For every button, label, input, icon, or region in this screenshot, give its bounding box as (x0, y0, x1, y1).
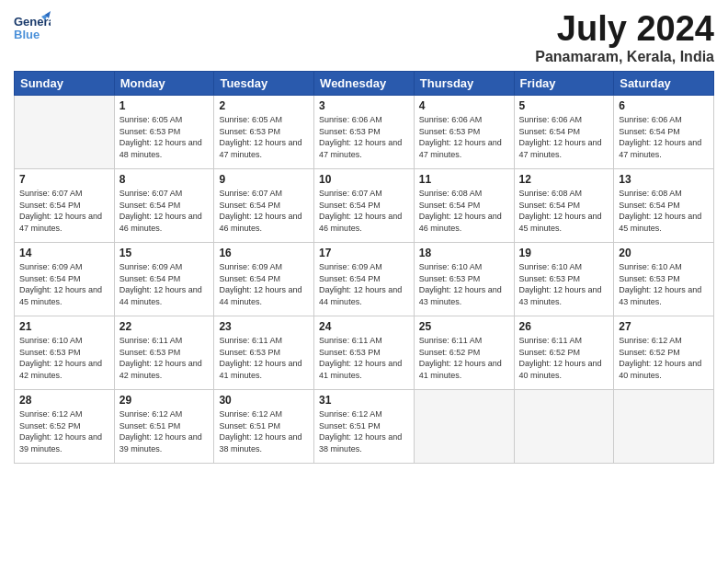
day-number: 10 (319, 173, 409, 186)
location-title: Panamaram, Kerala, India (535, 49, 714, 65)
day-number: 14 (19, 247, 109, 259)
logo: General Blue (14, 9, 51, 46)
calendar-day-cell: 24 Sunrise: 6:11 AM Sunset: 6:53 PM Dayl… (314, 316, 415, 390)
calendar-day-cell: 20 Sunrise: 6:10 AM Sunset: 6:53 PM Dayl… (614, 243, 714, 316)
day-info: Sunrise: 6:06 AM Sunset: 6:54 PM Dayligh… (619, 114, 709, 160)
calendar-day-cell: 26 Sunrise: 6:11 AM Sunset: 6:52 PM Dayl… (514, 316, 614, 390)
day-of-week-header: Thursday (414, 72, 514, 96)
day-info: Sunrise: 6:11 AM Sunset: 6:53 PM Dayligh… (119, 335, 210, 381)
calendar-day-cell: 30 Sunrise: 6:12 AM Sunset: 6:51 PM Dayl… (214, 390, 314, 464)
day-info: Sunrise: 6:08 AM Sunset: 6:54 PM Dayligh… (619, 188, 709, 234)
calendar-day-cell: 4 Sunrise: 6:06 AM Sunset: 6:53 PM Dayli… (414, 96, 514, 169)
day-info: Sunrise: 6:10 AM Sunset: 6:53 PM Dayligh… (619, 261, 709, 307)
day-info: Sunrise: 6:06 AM Sunset: 6:54 PM Dayligh… (519, 114, 609, 160)
day-info: Sunrise: 6:11 AM Sunset: 6:52 PM Dayligh… (419, 335, 509, 381)
day-number: 28 (19, 394, 109, 407)
calendar-day-cell: 16 Sunrise: 6:09 AM Sunset: 6:54 PM Dayl… (214, 243, 314, 316)
day-number: 9 (219, 173, 309, 186)
calendar-day-cell: 17 Sunrise: 6:09 AM Sunset: 6:54 PM Dayl… (314, 243, 415, 316)
day-of-week-header: Monday (114, 72, 214, 96)
day-info: Sunrise: 6:09 AM Sunset: 6:54 PM Dayligh… (19, 261, 109, 307)
day-of-week-header: Tuesday (214, 72, 314, 96)
day-info: Sunrise: 6:11 AM Sunset: 6:53 PM Dayligh… (219, 335, 309, 381)
calendar-day-cell: 15 Sunrise: 6:09 AM Sunset: 6:54 PM Dayl… (114, 243, 214, 316)
calendar-day-cell (414, 390, 514, 464)
day-info: Sunrise: 6:12 AM Sunset: 6:51 PM Dayligh… (119, 408, 210, 454)
day-of-week-header: Sunday (15, 72, 115, 96)
calendar-table: SundayMondayTuesdayWednesdayThursdayFrid… (14, 71, 714, 464)
calendar-day-cell: 25 Sunrise: 6:11 AM Sunset: 6:52 PM Dayl… (414, 316, 514, 390)
day-number: 5 (519, 99, 609, 112)
calendar-week-row: 21 Sunrise: 6:10 AM Sunset: 6:53 PM Dayl… (15, 316, 714, 390)
day-info: Sunrise: 6:11 AM Sunset: 6:53 PM Dayligh… (319, 335, 409, 381)
calendar-day-cell (15, 96, 115, 169)
day-number: 19 (519, 247, 609, 259)
calendar-day-cell: 18 Sunrise: 6:10 AM Sunset: 6:53 PM Dayl… (414, 243, 514, 316)
day-number: 4 (419, 99, 509, 112)
day-number: 13 (619, 173, 709, 186)
day-info: Sunrise: 6:08 AM Sunset: 6:54 PM Dayligh… (519, 188, 609, 234)
calendar-week-row: 7 Sunrise: 6:07 AM Sunset: 6:54 PM Dayli… (15, 169, 714, 243)
day-info: Sunrise: 6:10 AM Sunset: 6:53 PM Dayligh… (519, 261, 609, 307)
day-info: Sunrise: 6:09 AM Sunset: 6:54 PM Dayligh… (319, 261, 409, 307)
calendar-day-cell: 7 Sunrise: 6:07 AM Sunset: 6:54 PM Dayli… (15, 169, 115, 243)
calendar-header-row: SundayMondayTuesdayWednesdayThursdayFrid… (15, 72, 714, 96)
day-of-week-header: Wednesday (314, 72, 415, 96)
svg-text:Blue: Blue (14, 28, 40, 41)
day-number: 11 (419, 173, 509, 186)
day-number: 2 (219, 99, 309, 112)
calendar-week-row: 1 Sunrise: 6:05 AM Sunset: 6:53 PM Dayli… (15, 96, 714, 169)
day-number: 16 (219, 247, 309, 259)
day-number: 6 (619, 99, 709, 112)
day-info: Sunrise: 6:05 AM Sunset: 6:53 PM Dayligh… (119, 114, 210, 160)
main-container: General Blue July 2024 Panamaram, Kerala… (0, 0, 728, 473)
day-info: Sunrise: 6:12 AM Sunset: 6:51 PM Dayligh… (319, 408, 409, 454)
day-number: 24 (319, 320, 409, 333)
day-number: 26 (519, 320, 609, 333)
calendar-day-cell: 23 Sunrise: 6:11 AM Sunset: 6:53 PM Dayl… (214, 316, 314, 390)
calendar-day-cell: 19 Sunrise: 6:10 AM Sunset: 6:53 PM Dayl… (514, 243, 614, 316)
calendar-day-cell: 9 Sunrise: 6:07 AM Sunset: 6:54 PM Dayli… (214, 169, 314, 243)
day-info: Sunrise: 6:06 AM Sunset: 6:53 PM Dayligh… (319, 114, 409, 160)
day-number: 22 (119, 320, 210, 333)
calendar-day-cell (614, 390, 714, 464)
day-number: 15 (119, 247, 210, 259)
calendar-day-cell: 14 Sunrise: 6:09 AM Sunset: 6:54 PM Dayl… (15, 243, 115, 316)
calendar-day-cell: 10 Sunrise: 6:07 AM Sunset: 6:54 PM Dayl… (314, 169, 415, 243)
day-of-week-header: Saturday (614, 72, 714, 96)
calendar-day-cell: 5 Sunrise: 6:06 AM Sunset: 6:54 PM Dayli… (514, 96, 614, 169)
calendar-day-cell: 28 Sunrise: 6:12 AM Sunset: 6:52 PM Dayl… (15, 390, 115, 464)
day-info: Sunrise: 6:08 AM Sunset: 6:54 PM Dayligh… (419, 188, 509, 234)
day-info: Sunrise: 6:11 AM Sunset: 6:52 PM Dayligh… (519, 335, 609, 381)
day-number: 7 (19, 173, 109, 186)
calendar-day-cell: 22 Sunrise: 6:11 AM Sunset: 6:53 PM Dayl… (114, 316, 214, 390)
day-number: 25 (419, 320, 509, 333)
calendar-day-cell: 12 Sunrise: 6:08 AM Sunset: 6:54 PM Dayl… (514, 169, 614, 243)
day-info: Sunrise: 6:12 AM Sunset: 6:51 PM Dayligh… (219, 408, 309, 454)
day-info: Sunrise: 6:07 AM Sunset: 6:54 PM Dayligh… (119, 188, 210, 234)
calendar-week-row: 28 Sunrise: 6:12 AM Sunset: 6:52 PM Dayl… (15, 390, 714, 464)
day-number: 12 (519, 173, 609, 186)
header: General Blue July 2024 Panamaram, Kerala… (14, 9, 714, 65)
day-number: 21 (19, 320, 109, 333)
day-info: Sunrise: 6:09 AM Sunset: 6:54 PM Dayligh… (219, 261, 309, 307)
calendar-day-cell (514, 390, 614, 464)
day-number: 29 (119, 394, 210, 407)
day-number: 20 (619, 247, 709, 259)
calendar-day-cell: 3 Sunrise: 6:06 AM Sunset: 6:53 PM Dayli… (314, 96, 415, 169)
day-info: Sunrise: 6:12 AM Sunset: 6:52 PM Dayligh… (619, 335, 709, 381)
day-number: 18 (419, 247, 509, 259)
calendar-day-cell: 31 Sunrise: 6:12 AM Sunset: 6:51 PM Dayl… (314, 390, 415, 464)
day-number: 8 (119, 173, 210, 186)
day-number: 17 (319, 247, 409, 259)
calendar-day-cell: 13 Sunrise: 6:08 AM Sunset: 6:54 PM Dayl… (614, 169, 714, 243)
month-title: July 2024 (535, 9, 714, 49)
day-number: 30 (219, 394, 309, 407)
calendar-week-row: 14 Sunrise: 6:09 AM Sunset: 6:54 PM Dayl… (15, 243, 714, 316)
day-info: Sunrise: 6:10 AM Sunset: 6:53 PM Dayligh… (19, 335, 109, 381)
day-info: Sunrise: 6:12 AM Sunset: 6:52 PM Dayligh… (19, 408, 109, 454)
day-info: Sunrise: 6:05 AM Sunset: 6:53 PM Dayligh… (219, 114, 309, 160)
day-info: Sunrise: 6:10 AM Sunset: 6:53 PM Dayligh… (419, 261, 509, 307)
calendar-day-cell: 1 Sunrise: 6:05 AM Sunset: 6:53 PM Dayli… (114, 96, 214, 169)
day-number: 1 (119, 99, 210, 112)
